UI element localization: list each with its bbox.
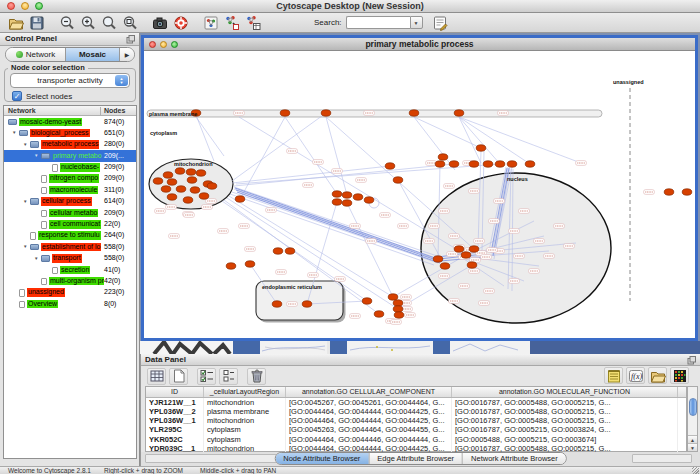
network-node[interactable] <box>507 161 517 167</box>
network-edge[interactable] <box>240 117 285 199</box>
network-node[interactable] <box>183 197 193 203</box>
delete-attribute-icon[interactable] <box>247 368 266 385</box>
tree-item-nucleobase-[interactable]: nucleobase-209(0) <box>4 162 136 173</box>
network-node[interactable] <box>186 169 196 175</box>
scrollbar-thumb[interactable] <box>689 398 697 416</box>
node-color-dropdown[interactable]: transporter activity ▲▼ <box>10 73 130 88</box>
zoom-in-icon[interactable] <box>78 14 97 32</box>
network-node[interactable] <box>454 110 464 116</box>
frame-minimize-button[interactable] <box>160 41 167 48</box>
tree-item-mosaic-demo-yeast[interactable]: mosaic-demo-yeast874(0) <box>4 116 136 127</box>
network-node[interactable] <box>167 179 177 185</box>
network-edge[interactable] <box>236 164 500 184</box>
table-row[interactable]: YLR295Ccytoplasm[GO:0045263, GO:0044464,… <box>146 425 686 434</box>
network-node[interactable] <box>682 189 692 195</box>
zoom-out-icon[interactable] <box>57 14 76 32</box>
network-node[interactable] <box>175 168 185 174</box>
notepad-icon[interactable] <box>604 367 623 384</box>
tree-item-biological-process[interactable]: ▼biological_process651(0) <box>4 127 136 138</box>
import-attributes-icon[interactable] <box>648 367 667 384</box>
expand-arrow-icon[interactable]: ▼ <box>12 130 16 135</box>
tree-item-transport[interactable]: ▼transport558(0) <box>4 253 136 264</box>
network-view-icon[interactable] <box>201 14 220 32</box>
network-node[interactable] <box>353 194 363 200</box>
tree-item-overview[interactable]: Overview8(0) <box>4 298 136 309</box>
network-node[interactable] <box>245 261 255 267</box>
tree-item-cellular-metabo[interactable]: cellular metabo209(0) <box>4 207 136 218</box>
select-attributes-icon[interactable] <box>197 368 216 385</box>
network-node[interactable] <box>342 192 352 198</box>
minimize-button[interactable] <box>21 2 29 10</box>
attribute-matrix-icon[interactable] <box>670 367 689 384</box>
tree-item-cell-communicat[interactable]: cell communicat22(0) <box>4 219 136 230</box>
network-node[interactable] <box>435 161 445 167</box>
network-edge[interactable] <box>459 117 530 164</box>
table-scrollbar[interactable]: ▲ ▼ <box>687 386 698 452</box>
function-builder-icon[interactable]: f(x) <box>626 367 645 384</box>
help-icon[interactable] <box>171 14 190 32</box>
scroll-up-button[interactable]: ▲ <box>688 435 697 443</box>
snapshot-icon[interactable] <box>150 14 169 32</box>
network-edge[interactable] <box>232 113 326 181</box>
expand-arrow-icon[interactable]: ▼ <box>23 142 27 147</box>
tab-edge-attribute-browser[interactable]: Edge Attribute Browser <box>369 453 463 464</box>
network-edge[interactable] <box>230 194 434 265</box>
tree-item-response-to-stimulu[interactable]: response to stimulu264(0) <box>4 230 136 241</box>
network-node[interactable] <box>483 161 493 167</box>
float-panel-icon[interactable] <box>687 356 696 365</box>
tree-item-nitrogen-compo[interactable]: nitrogen compo209(0) <box>4 173 136 184</box>
import-network-icon[interactable] <box>222 14 241 32</box>
expand-arrow-icon[interactable]: ▼ <box>34 256 38 261</box>
network-view-titlebar[interactable]: primary metabolic process <box>144 38 695 51</box>
column-header-2[interactable]: annotation.GO CELLULAR_COMPONENT <box>286 387 452 397</box>
network-node[interactable] <box>226 263 236 269</box>
network-edge[interactable] <box>239 117 466 255</box>
network-node[interactable] <box>167 194 177 200</box>
tree-item-macromolecule[interactable]: macromolecule311(0) <box>4 184 136 195</box>
network-node[interactable] <box>454 246 464 252</box>
tab-overflow-button[interactable]: ▶ <box>120 48 134 61</box>
tab-node-attribute-browser[interactable]: Node Attribute Browser <box>275 453 369 464</box>
network-node[interactable] <box>374 311 384 317</box>
network-node[interactable] <box>469 161 479 167</box>
network-node[interactable] <box>207 183 217 189</box>
frame-zoom-button[interactable] <box>171 41 178 48</box>
network-node[interactable] <box>163 172 173 178</box>
network-node[interactable] <box>433 256 443 262</box>
expand-arrow-icon[interactable]: ▼ <box>34 153 38 158</box>
network-node[interactable] <box>438 154 448 160</box>
network-node[interactable] <box>332 191 342 197</box>
network-node[interactable] <box>273 248 283 254</box>
network-node[interactable] <box>364 197 374 203</box>
close-button[interactable] <box>7 2 15 10</box>
zoom-selected-icon[interactable] <box>120 14 139 32</box>
network-node[interactable] <box>440 263 450 269</box>
tree-item-secretion[interactable]: secretion41(0) <box>4 264 136 275</box>
frame-close-button[interactable] <box>149 41 156 48</box>
network-node[interactable] <box>664 189 674 195</box>
tree-item-multi-organism-pro[interactable]: multi-organism pro42(0) <box>4 275 136 286</box>
create-attribute-icon[interactable] <box>169 368 188 385</box>
network-edge[interactable] <box>459 117 581 163</box>
zoom-fit-icon[interactable] <box>99 14 118 32</box>
save-icon[interactable] <box>27 14 46 32</box>
network-node[interactable] <box>342 200 352 206</box>
table-row[interactable]: YPL036W__2plasma membrane[GO:0044464, GO… <box>146 407 686 416</box>
network-node[interactable] <box>495 161 505 167</box>
network-node[interactable] <box>153 178 163 184</box>
network-node[interactable] <box>332 199 342 205</box>
tree-item-unassigned[interactable]: unassigned223(0) <box>4 287 136 298</box>
tab-network-attribute-browser[interactable]: Network Attribute Browser <box>463 453 566 464</box>
tab-network[interactable]: Network <box>6 48 66 61</box>
network-node[interactable] <box>385 163 395 169</box>
network-node[interactable] <box>199 193 209 199</box>
table-row[interactable]: YPL036W__1mitochondrion[GO:0044464, GO:0… <box>146 416 686 425</box>
network-node[interactable] <box>394 312 404 318</box>
expand-arrow-icon[interactable]: ▼ <box>23 244 27 249</box>
network-node[interactable] <box>362 298 372 304</box>
expand-arrow-icon[interactable]: ▼ <box>23 199 27 204</box>
network-node[interactable] <box>449 161 459 167</box>
table-row[interactable]: YKR052Ccytoplasm[GO:0044464, GO:0044446,… <box>146 435 686 444</box>
tree-item-cellular-process[interactable]: ▼cellular process614(0) <box>4 196 136 207</box>
annotation-icon[interactable] <box>432 15 448 31</box>
